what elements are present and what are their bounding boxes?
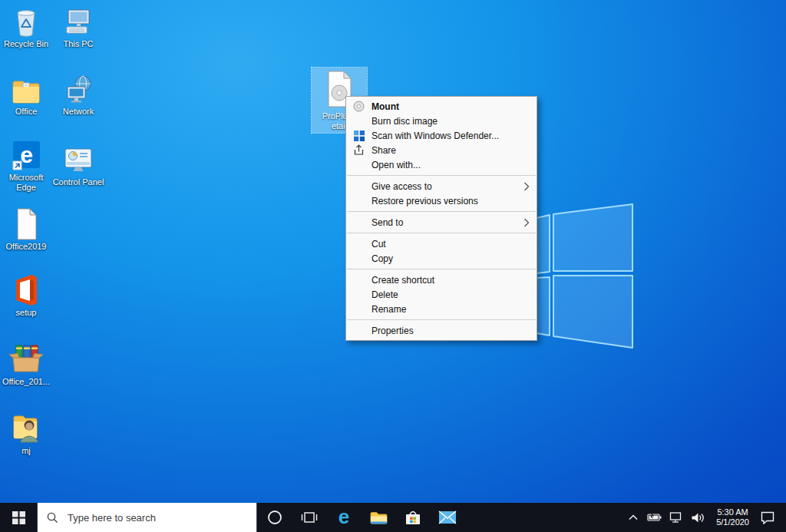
task-view-button[interactable] (292, 503, 326, 532)
edge-icon: e (8, 138, 45, 172)
volume-icon[interactable] (689, 512, 707, 524)
menu-item-create-shortcut[interactable]: Create shortcut (346, 273, 537, 287)
windows-logo-icon (12, 511, 25, 524)
search-input[interactable] (66, 511, 231, 524)
chevron-right-icon (523, 182, 530, 191)
menu-item-label: Share (372, 145, 537, 156)
menu-item-label: Give access to (372, 181, 523, 192)
desktop-icon-this-pc[interactable]: This PC (52, 5, 104, 49)
taskbar-clock[interactable]: 5:30 AM 5/1/2020 (716, 507, 749, 527)
store-icon (404, 508, 422, 527)
taskbar-search-box[interactable] (37, 503, 257, 532)
file-explorer-icon (369, 510, 388, 525)
desktop-icon-microsoft-edge[interactable]: e Microsoft Edge (0, 138, 52, 193)
menu-item-restore-previous-versions[interactable]: Restore previous versions (346, 193, 537, 208)
action-center-icon (761, 511, 774, 524)
menu-separator (347, 211, 536, 212)
chevron-right-icon (523, 218, 530, 227)
mail-button[interactable] (430, 503, 464, 532)
icon-label: Recycle Bin (4, 39, 48, 49)
menu-item-label: Open with... (372, 160, 537, 170)
menu-item-delete[interactable]: Delete (346, 287, 537, 302)
icon-label: Control Panel (53, 177, 104, 187)
menu-separator (347, 269, 536, 269)
menu-separator (347, 175, 536, 176)
svg-text:e: e (20, 142, 33, 167)
desktop-icon-office-201-box[interactable]: Office_201... (0, 342, 52, 387)
action-center-button[interactable] (758, 511, 777, 524)
desktop-icon-recycle-bin[interactable]: Recycle Bin (0, 5, 52, 49)
edge-taskbar-button[interactable]: e (326, 503, 361, 532)
clock-time: 5:30 AM (716, 507, 749, 517)
start-button[interactable] (0, 503, 37, 532)
menu-item-label: Cut (372, 239, 537, 249)
menu-separator (347, 319, 536, 320)
context-menu: Mount Burn disc image Scan with Windows … (345, 96, 537, 341)
office-setup-icon (8, 273, 45, 307)
desktop-icon-office2019[interactable]: Office2019 (0, 207, 52, 252)
menu-separator (347, 233, 536, 233)
desktop-icon-network[interactable]: Network (52, 72, 104, 117)
recycle-bin-icon (8, 5, 45, 38)
menu-item-copy[interactable]: Copy (346, 251, 537, 266)
icon-label: Office_201... (2, 377, 50, 387)
hidden-icons-chevron[interactable] (624, 514, 642, 520)
user-folder-icon (8, 411, 45, 445)
menu-item-burn-disc-image[interactable]: Burn disc image (346, 114, 537, 128)
taskbar: e (0, 503, 786, 532)
box-icon (8, 342, 45, 376)
menu-item-label: Burn disc image (372, 116, 537, 127)
this-pc-icon (60, 5, 97, 38)
menu-item-properties[interactable]: Properties (346, 323, 537, 338)
icon-label: Office (15, 107, 38, 117)
task-view-icon (301, 511, 318, 524)
desktop-icon-office-folder[interactable]: Office (0, 72, 52, 117)
icon-label: setup (16, 308, 37, 318)
mail-icon (438, 511, 457, 524)
menu-item-label: Properties (372, 325, 537, 336)
icon-label: Office2019 (5, 242, 46, 252)
search-icon (47, 512, 58, 524)
menu-item-rename[interactable]: Rename (346, 302, 537, 316)
control-panel-icon (60, 143, 97, 177)
menu-item-scan-with-windows-defender[interactable]: Scan with Windows Defender... (346, 128, 537, 143)
edge-icon: e (334, 507, 354, 527)
menu-item-label: Send to (372, 217, 523, 228)
icon-label: Microsoft Edge (0, 173, 52, 193)
menu-item-share[interactable]: Share (346, 143, 537, 157)
svg-text:e: e (338, 507, 348, 527)
file-explorer-button[interactable] (361, 503, 395, 532)
network-icon[interactable] (667, 511, 685, 524)
defender-icon (346, 131, 372, 141)
menu-item-label: Scan with Windows Defender... (372, 131, 537, 141)
battery-icon[interactable] (646, 512, 664, 523)
desktop-icon-control-panel[interactable]: Control Panel (52, 143, 104, 187)
icon-label: mj (21, 446, 31, 456)
desktop-icon-setup[interactable]: setup (0, 273, 52, 318)
icon-label: This PC (63, 39, 93, 49)
menu-item-give-access-to[interactable]: Give access to (346, 179, 537, 193)
share-icon (346, 144, 372, 156)
cortana-button[interactable] (257, 503, 292, 532)
menu-item-send-to[interactable]: Send to (346, 215, 537, 230)
menu-item-label: Rename (372, 304, 537, 315)
store-button[interactable] (395, 503, 430, 532)
network-icon (60, 72, 97, 106)
menu-item-open-with[interactable]: Open with... (346, 157, 537, 172)
menu-item-label: Restore previous versions (372, 196, 537, 207)
menu-item-mount[interactable]: Mount (346, 99, 537, 114)
clock-date: 5/1/2020 (716, 517, 749, 527)
folder-icon (8, 72, 45, 106)
system-tray: 5:30 AM 5/1/2020 (624, 503, 786, 532)
menu-item-label: Create shortcut (372, 275, 537, 286)
document-icon (8, 207, 45, 241)
windows-flag-wallpaper (535, 200, 635, 352)
desktop-icon-mj-user-folder[interactable]: mj (0, 411, 52, 456)
cortana-icon (267, 510, 282, 525)
menu-item-label: Mount (372, 101, 537, 112)
menu-item-label: Copy (372, 253, 537, 264)
menu-item-label: Delete (372, 289, 537, 300)
menu-item-cut[interactable]: Cut (346, 236, 537, 251)
disc-icon (346, 101, 372, 112)
icon-label: Network (63, 107, 94, 117)
